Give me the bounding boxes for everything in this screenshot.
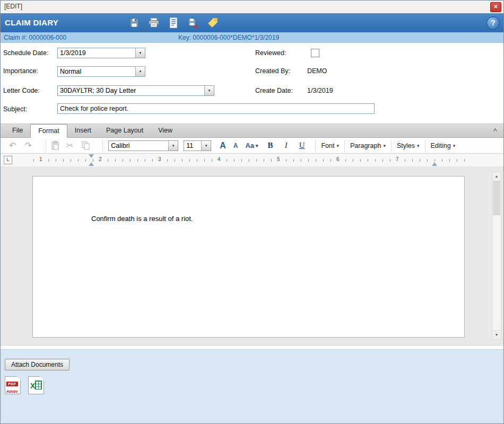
claim-key: Key: 0000006-000*DEMO*1/3/2019 [178, 34, 279, 41]
shrink-font-button[interactable]: A [233, 142, 238, 149]
reviewed-checkbox[interactable] [311, 49, 319, 57]
chevron-down-icon[interactable]: ▼ [135, 67, 145, 76]
chevron-down-icon: ▾ [256, 143, 258, 148]
font-size-value: 11 [186, 142, 193, 149]
first-line-indent-marker[interactable] [89, 154, 94, 158]
font-size-select[interactable]: 11 ▼ [184, 140, 211, 151]
tag-icon[interactable] [206, 16, 219, 29]
excel-page: X [28, 376, 44, 394]
font-name-select[interactable]: Calibri ▼ [108, 140, 178, 151]
toolbar-separator [391, 140, 392, 152]
reviewed-label: Reviewed: [255, 49, 286, 57]
excel-grid [35, 381, 42, 390]
scroll-down-icon[interactable]: ▼ [492, 330, 501, 339]
editing-menu-button[interactable]: Editing▾ [431, 142, 456, 149]
tab-insert[interactable]: Insert [67, 124, 99, 137]
cut-icon[interactable]: ✂ [66, 142, 73, 150]
header-bar: CLAIM DIARY [1, 13, 503, 32]
grow-font-button[interactable]: A [220, 141, 226, 151]
copy-icon[interactable] [82, 142, 90, 150]
scrollbar-thumb[interactable] [493, 181, 500, 215]
styles-menu-button[interactable]: Styles▾ [397, 142, 420, 149]
toolbar-separator [344, 140, 345, 152]
adobe-label: Adobe [6, 390, 18, 393]
hanging-indent-marker[interactable] [89, 162, 94, 166]
schedule-date-select[interactable]: 1/3/2019 ▼ [57, 48, 145, 58]
page-fold [16, 376, 21, 381]
right-indent-marker[interactable] [432, 162, 437, 166]
paragraph-menu-button[interactable]: Paragraph▾ [350, 142, 386, 149]
letter-editor: File Format Insert Page Layout View ^ ↶ … [1, 123, 503, 346]
ruler-number: 6 [335, 156, 341, 162]
scroll-up-icon[interactable]: ▲ [492, 172, 501, 181]
document-page[interactable]: Confirm death is a result of a riot. [32, 176, 465, 338]
ruler-number: 4 [216, 156, 222, 162]
redo-icon[interactable]: ↷ [24, 142, 31, 150]
diary-form: Schedule Date: 1/3/2019 ▼ Reviewed: Impo… [1, 43, 503, 123]
attachments-panel: Attach Documents PDF Adobe X [1, 349, 503, 423]
editor-canvas: Confirm death is a result of a riot. ▲ ▼ [1, 166, 503, 346]
excel-attachment-icon[interactable]: X [28, 376, 44, 394]
schedule-date-label: Schedule Date: [3, 49, 48, 57]
window-title: [EDIT] [4, 3, 22, 10]
change-case-button[interactable]: Aa▾ [245, 142, 258, 149]
help-icon[interactable]: ? [486, 16, 500, 30]
letter-code-value: 30DAYLTR; 30 Day Letter [60, 87, 136, 94]
subject-label: Subject: [3, 105, 27, 113]
close-icon[interactable]: ✕ [490, 2, 501, 12]
toolbar-separator [315, 140, 316, 152]
document-text[interactable]: Confirm death is a result of a riot. [91, 215, 193, 223]
save-icon[interactable] [128, 16, 141, 29]
excel-x-label: X [30, 382, 35, 390]
collapse-ribbon-icon[interactable]: ^ [493, 127, 497, 135]
attach-documents-button[interactable]: Attach Documents [5, 359, 69, 370]
print-icon[interactable] [147, 16, 160, 29]
letter-code-select[interactable]: 30DAYLTR; 30 Day Letter ▼ [57, 85, 214, 96]
font-name-value: Calibri [111, 142, 129, 149]
tab-format[interactable]: Format [30, 124, 67, 138]
chevron-down-icon: ▾ [383, 143, 386, 148]
pdf-attachment-icon[interactable]: PDF Adobe [5, 376, 21, 394]
importance-label: Importance: [3, 67, 38, 75]
tab-page-layout[interactable]: Page Layout [99, 124, 151, 137]
format-toolbar: ↶ ↷ ✂ Calibri ▼ [1, 138, 503, 154]
created-by-value: DEMO [307, 67, 327, 75]
importance-select[interactable]: Normal ▼ [57, 66, 145, 77]
tab-stop-selector[interactable]: L [4, 156, 12, 164]
ribbon-tabs: File Format Insert Page Layout View ^ [1, 123, 503, 138]
subject-input[interactable] [57, 103, 375, 114]
ruler-number: 7 [394, 156, 401, 162]
notes-icon[interactable] [167, 16, 180, 29]
ruler-number: 5 [275, 156, 282, 162]
toolbar-separator [102, 140, 103, 152]
save-exit-icon[interactable] [187, 16, 199, 29]
chevron-down-icon: ▾ [453, 143, 456, 148]
chevron-down-icon[interactable]: ▼ [201, 141, 211, 151]
tab-view[interactable]: View [151, 124, 180, 137]
chevron-down-icon[interactable]: ▼ [135, 48, 145, 58]
underline-button[interactable]: U [299, 141, 305, 150]
toolbar-separator [46, 140, 46, 152]
ruler-number: 2 [97, 156, 103, 162]
chevron-down-icon[interactable]: ▼ [168, 141, 178, 151]
ruler: L 1 2 3 4 5 6 7 [1, 154, 503, 167]
ruler-number: 3 [157, 156, 163, 162]
page-fold [40, 376, 44, 381]
toolbar-separator [425, 140, 425, 152]
bold-button[interactable]: B [268, 141, 273, 150]
letter-code-label: Letter Code: [3, 87, 40, 94]
info-bar: Claim #: 0000006-000 Key: 0000006-000*DE… [1, 32, 503, 43]
italic-button[interactable]: I [285, 141, 288, 150]
page-title: CLAIM DIARY [5, 18, 58, 27]
create-date-value: 1/3/2019 [307, 87, 333, 94]
importance-value: Normal [60, 68, 81, 75]
chevron-down-icon[interactable]: ▼ [204, 86, 214, 95]
paste-icon[interactable] [51, 141, 59, 150]
created-by-label: Created By: [255, 67, 290, 75]
chevron-down-icon: ▾ [417, 143, 420, 148]
font-menu-button[interactable]: Font▾ [321, 142, 339, 149]
tab-file[interactable]: File [5, 124, 30, 137]
vertical-scrollbar[interactable]: ▲ ▼ [492, 172, 501, 340]
pdf-label: PDF [6, 382, 18, 386]
undo-icon[interactable]: ↶ [9, 142, 16, 150]
